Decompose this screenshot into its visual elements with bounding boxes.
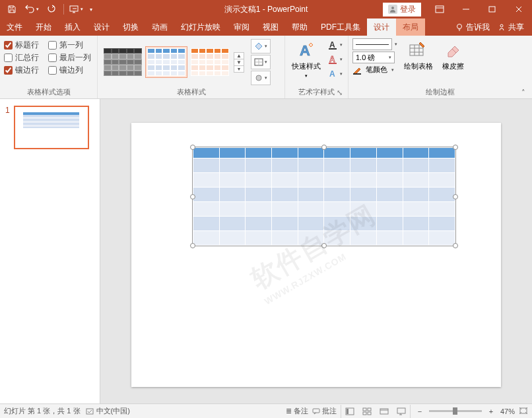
- slide-thumbnail-1[interactable]: 1: [5, 106, 94, 149]
- slide-count-info[interactable]: 幻灯片 第 1 张，共 1 张: [4, 406, 81, 416]
- gallery-scroll-up[interactable]: ▲: [234, 53, 244, 59]
- share-icon: [498, 23, 506, 31]
- checkbox-header-row[interactable]: 标题行: [4, 40, 39, 51]
- reading-view-button[interactable]: [376, 405, 393, 418]
- resize-handle-bl[interactable]: [190, 243, 195, 248]
- tab-insert[interactable]: 插入: [58, 18, 87, 36]
- svg-rect-23: [368, 412, 371, 415]
- share-button[interactable]: 共享: [498, 22, 524, 33]
- undo-button[interactable]: ▾: [22, 1, 41, 17]
- minimize-button[interactable]: [453, 0, 479, 18]
- tell-me-button[interactable]: 告诉我: [455, 22, 490, 33]
- quick-styles-button[interactable]: A 快速样式▾: [289, 38, 323, 81]
- svg-point-7: [256, 75, 261, 81]
- tab-help[interactable]: 帮助: [285, 18, 314, 36]
- draw-table-button[interactable]: 绘制表格: [401, 38, 436, 72]
- shading-icon: [254, 42, 263, 50]
- slide-canvas[interactable]: [131, 123, 501, 387]
- resize-handle-ml[interactable]: [190, 194, 195, 199]
- group-wordart-styles: A 快速样式▾ A▾ A▾ A▾ 艺术字样式⤡: [285, 36, 349, 98]
- tab-animations[interactable]: 动画: [145, 18, 174, 36]
- checkbox-first-column[interactable]: 第一列: [48, 40, 83, 51]
- notes-button[interactable]: ≣备注: [286, 406, 308, 416]
- comments-button[interactable]: 批注: [312, 406, 337, 416]
- checkbox-banded-columns[interactable]: 镶边列: [48, 65, 83, 76]
- tab-table-design[interactable]: 设计: [367, 18, 396, 36]
- shading-button[interactable]: ▾: [251, 39, 271, 53]
- pen-style-arrow[interactable]: ▾: [395, 42, 397, 47]
- collapse-ribbon-button[interactable]: ˄: [519, 88, 528, 97]
- checkbox-total-row[interactable]: 汇总行: [4, 52, 39, 63]
- gallery-scroll-down[interactable]: ▼: [234, 59, 244, 66]
- tab-transitions[interactable]: 切换: [116, 18, 145, 36]
- svg-rect-25: [397, 408, 405, 413]
- tab-slideshow[interactable]: 幻灯片放映: [174, 18, 227, 36]
- resize-handle-mr[interactable]: [453, 194, 458, 199]
- resize-handle-br[interactable]: [453, 243, 458, 248]
- save-button[interactable]: [3, 1, 21, 17]
- tab-home[interactable]: 开始: [29, 18, 58, 36]
- resize-handle-tm[interactable]: [321, 145, 327, 150]
- normal-view-button[interactable]: [341, 405, 358, 418]
- slide-thumb-preview[interactable]: [14, 106, 89, 149]
- svg-rect-12: [329, 63, 337, 64]
- pen-color-button[interactable]: 笔颜色▾: [352, 65, 397, 75]
- tab-design[interactable]: 设计: [87, 18, 116, 36]
- checkbox-last-column[interactable]: 最后一列: [48, 52, 91, 63]
- sorter-view-button[interactable]: [358, 405, 376, 418]
- resize-handle-tr[interactable]: [453, 145, 458, 150]
- svg-rect-2: [436, 6, 444, 13]
- close-button[interactable]: [506, 0, 532, 18]
- tab-table-layout[interactable]: 布局: [396, 18, 425, 36]
- effects-icon: [254, 74, 263, 82]
- ribbon-tabs: 文件 开始 插入 设计 切换 动画 幻灯片放映 审阅 视图 帮助 PDF工具集 …: [0, 18, 532, 36]
- pen-width-dropdown[interactable]: 1.0 磅▾: [352, 52, 395, 63]
- resize-handle-tl[interactable]: [190, 145, 195, 150]
- resize-handle-bm[interactable]: [321, 243, 327, 248]
- svg-rect-10: [329, 48, 337, 50]
- slideshow-view-button[interactable]: [393, 405, 410, 418]
- borders-button[interactable]: ▾: [251, 55, 271, 69]
- slide-canvas-area[interactable]: 软件自学网 WWW.RJZXW.COM: [100, 99, 532, 403]
- maximize-button[interactable]: [479, 0, 506, 18]
- ribbon-display-button[interactable]: [426, 0, 453, 18]
- tabs-right: 告诉我 共享: [455, 18, 532, 36]
- redo-button[interactable]: [42, 1, 61, 17]
- start-from-beginning-button[interactable]: ▾: [67, 1, 85, 17]
- fit-to-window-button[interactable]: [519, 407, 528, 416]
- slide-thumbnail-panel[interactable]: 1: [0, 99, 100, 403]
- zoom-value[interactable]: 47%: [500, 407, 515, 415]
- pen-icon: [352, 65, 363, 75]
- table-selection[interactable]: [192, 147, 456, 246]
- tab-file[interactable]: 文件: [0, 18, 29, 36]
- text-outline-button[interactable]: A▾: [327, 53, 343, 66]
- svg-text:A: A: [329, 40, 335, 50]
- eraser-button[interactable]: 橡皮擦: [440, 38, 467, 72]
- view-buttons: [341, 405, 411, 418]
- zoom-slider-thumb[interactable]: [453, 407, 457, 415]
- table-style-1[interactable]: [102, 46, 144, 78]
- zoom-in-button[interactable]: +: [486, 407, 496, 415]
- login-button[interactable]: 登录: [383, 3, 421, 17]
- checkbox-banded-rows[interactable]: 镶边行: [4, 65, 39, 76]
- gallery-more[interactable]: ▾: [234, 66, 244, 72]
- zoom-slider[interactable]: [429, 410, 482, 412]
- customize-qat-button[interactable]: ▾: [86, 1, 96, 17]
- tab-review[interactable]: 审阅: [227, 18, 256, 36]
- tab-pdf[interactable]: PDF工具集: [314, 18, 367, 36]
- text-effects-button[interactable]: A▾: [327, 67, 343, 81]
- pen-style-dropdown[interactable]: [352, 38, 392, 50]
- text-fill-button[interactable]: A▾: [327, 38, 343, 52]
- notes-icon: ≣: [286, 407, 292, 415]
- table-style-3[interactable]: [189, 46, 231, 78]
- effects-button[interactable]: ▾: [251, 71, 271, 85]
- slide-table[interactable]: [193, 147, 455, 246]
- language-info[interactable]: 中文(中国): [86, 406, 130, 416]
- group-table-styles: ▲ ▼ ▾ ▾ ▾ ▾ 表格样式: [98, 36, 285, 98]
- zoom-out-button[interactable]: −: [415, 407, 425, 415]
- table-style-2[interactable]: [145, 46, 187, 78]
- window-title: 演示文稿1 - PowerPoint: [224, 4, 308, 15]
- wordart-dialog-launcher[interactable]: ⤡: [335, 88, 344, 97]
- text-fill-icon: A: [328, 40, 339, 50]
- tab-view[interactable]: 视图: [256, 18, 285, 36]
